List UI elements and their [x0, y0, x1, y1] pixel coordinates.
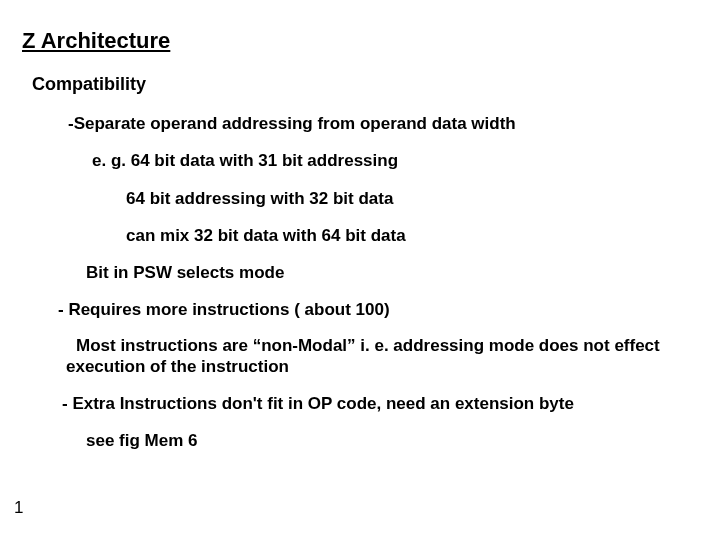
line-psw-mode: Bit in PSW selects mode — [86, 262, 698, 283]
line-extra-instr: - Extra Instructions don't fit in OP cod… — [62, 393, 698, 414]
line-non-modal: Most instructions are “non-Modal” i. e. … — [66, 335, 698, 378]
line-see-fig: see fig Mem 6 — [86, 430, 698, 451]
slide-title: Z Architecture — [22, 28, 698, 54]
line-sep-operand: -Separate operand addressing from operan… — [68, 113, 698, 134]
compat-heading: Compatibility — [32, 74, 698, 95]
page-number: 1 — [14, 498, 23, 518]
line-eg-64-31: e. g. 64 bit data with 31 bit addressing — [92, 150, 698, 171]
line-mix-32-64: can mix 32 bit data with 64 bit data — [126, 225, 698, 246]
line-more-instr: - Requires more instructions ( about 100… — [58, 299, 698, 320]
line-64-32: 64 bit addressing with 32 bit data — [126, 188, 698, 209]
